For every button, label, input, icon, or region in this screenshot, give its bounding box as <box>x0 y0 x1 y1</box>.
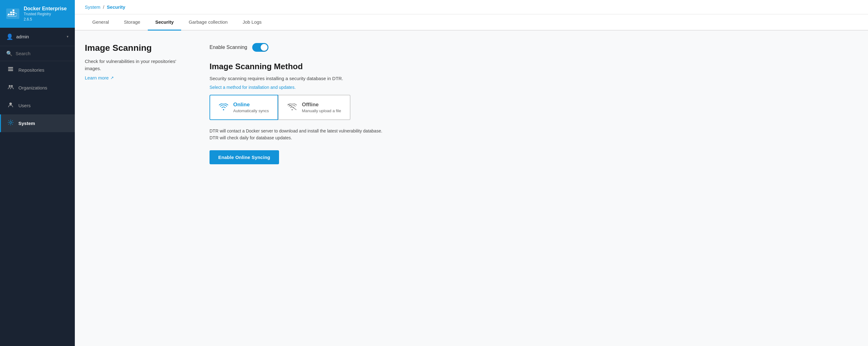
image-scanning-description: Check for vulnerabilities in your reposi… <box>85 58 191 72</box>
enable-scanning-label: Enable Scanning <box>210 44 247 50</box>
card-name-offline: Offline <box>302 102 341 108</box>
breadcrumb-separator: / <box>103 4 104 10</box>
tab-job-logs[interactable]: Job Logs <box>235 14 269 31</box>
method-card-online[interactable]: Online Automatically syncs <box>210 95 278 120</box>
enable-online-syncing-button[interactable]: Enable Online Syncing <box>210 150 279 164</box>
sidebar: Docker Enterprise Trusted Registry 2.6.5… <box>0 0 75 346</box>
external-link-icon: ↗ <box>111 75 114 80</box>
sidebar-item-repositories[interactable]: Repositories <box>0 61 75 79</box>
card-desc-online: Automatically syncs <box>233 108 269 113</box>
search-label: Search <box>16 51 31 56</box>
svg-rect-9 <box>8 70 13 71</box>
sidebar-search[interactable]: 🔍 Search <box>0 46 75 61</box>
right-column: Enable Scanning Image Scanning Method Se… <box>210 43 858 334</box>
tab-general[interactable]: General <box>85 14 116 31</box>
method-select-label: Select a method for installation and upd… <box>210 85 858 90</box>
breadcrumb-system[interactable]: System <box>85 4 100 10</box>
sidebar-header: Docker Enterprise Trusted Registry 2.6.5 <box>0 0 75 28</box>
learn-more-link[interactable]: Learn more ↗ <box>85 75 114 81</box>
toggle-track <box>252 43 269 52</box>
svg-rect-1 <box>8 14 10 15</box>
svg-rect-3 <box>12 14 14 15</box>
method-card-offline[interactable]: Offline Manually upload a file <box>278 95 350 120</box>
method-cards: Online Automatically syncs <box>210 95 858 120</box>
system-icon <box>7 119 14 127</box>
sidebar-nav: Repositories Organizations Users <box>0 61 75 346</box>
search-icon: 🔍 <box>6 51 12 56</box>
sidebar-user[interactable]: 👤 admin ▾ <box>0 28 75 46</box>
offline-icon <box>287 102 297 113</box>
breadcrumb: System / Security <box>85 4 858 10</box>
sidebar-item-label: Repositories <box>19 67 44 73</box>
topbar: System / Security <box>75 0 868 14</box>
docker-logo <box>6 7 19 20</box>
app-name: Docker Enterprise <box>24 6 67 11</box>
svg-point-12 <box>9 102 12 105</box>
tab-bar: General Storage Security Garbage collect… <box>75 14 868 31</box>
tab-security[interactable]: Security <box>148 14 181 31</box>
users-icon <box>7 102 14 109</box>
svg-rect-6 <box>12 10 14 11</box>
svg-point-10 <box>9 85 10 87</box>
user-icon: 👤 <box>6 33 13 40</box>
toggle-thumb <box>261 44 268 51</box>
enable-scanning-toggle[interactable] <box>252 43 269 52</box>
tab-garbage-collection[interactable]: Garbage collection <box>181 14 235 31</box>
sidebar-header-text: Docker Enterprise Trusted Registry 2.6.5 <box>24 6 67 22</box>
method-description: DTR will contact a Docker server to down… <box>210 127 390 141</box>
svg-point-13 <box>10 122 11 123</box>
sidebar-item-label: System <box>19 121 35 126</box>
card-name-online: Online <box>233 102 269 108</box>
svg-rect-7 <box>8 67 13 68</box>
breadcrumb-current: Security <box>107 4 125 10</box>
app-subtitle: Trusted Registry 2.6.5 <box>24 11 67 22</box>
chevron-down-icon: ▾ <box>67 35 69 39</box>
sidebar-item-users[interactable]: Users <box>0 97 75 115</box>
sidebar-item-label: Users <box>19 103 31 108</box>
sidebar-item-system[interactable]: System <box>0 115 75 132</box>
sidebar-item-label: Organizations <box>19 85 48 90</box>
card-text-online: Online Automatically syncs <box>233 102 269 113</box>
repositories-icon <box>7 66 14 74</box>
svg-point-11 <box>11 85 13 87</box>
left-column: Image Scanning Check for vulnerabilities… <box>85 43 191 334</box>
page-body: Image Scanning Check for vulnerabilities… <box>75 31 868 346</box>
method-title: Image Scanning Method <box>210 62 858 71</box>
svg-rect-8 <box>8 69 13 69</box>
svg-rect-4 <box>10 12 12 13</box>
sidebar-item-organizations[interactable]: Organizations <box>0 79 75 97</box>
card-desc-offline: Manually upload a file <box>302 108 341 113</box>
image-scanning-title: Image Scanning <box>85 43 191 53</box>
main-content: System / Security General Storage Securi… <box>75 0 868 346</box>
method-subtitle: Security scanning requires installing a … <box>210 76 858 81</box>
svg-rect-2 <box>10 14 12 15</box>
tab-storage[interactable]: Storage <box>116 14 148 31</box>
enable-scanning-row: Enable Scanning <box>210 43 858 52</box>
wifi-icon <box>219 102 228 113</box>
card-text-offline: Offline Manually upload a file <box>302 102 341 113</box>
organizations-icon <box>7 84 14 92</box>
username-label: admin <box>16 34 64 39</box>
